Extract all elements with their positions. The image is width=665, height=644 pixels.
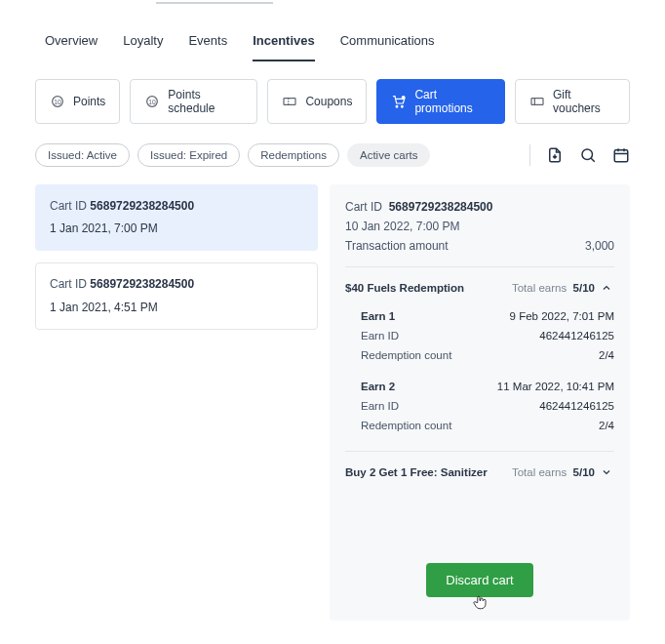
- cart-id-prefix: Cart ID: [50, 277, 87, 291]
- subtab-points-label: Points: [73, 95, 105, 108]
- detail-cart-id: 5689729238284500: [389, 200, 493, 214]
- svg-point-11: [582, 149, 593, 160]
- tab-incentives[interactable]: Incentives: [253, 33, 315, 61]
- svg-line-12: [591, 158, 595, 162]
- coupons-icon: [282, 94, 297, 109]
- total-earns-value: 5/10: [573, 466, 595, 478]
- tab-events[interactable]: Events: [188, 33, 227, 61]
- gift-vouchers-icon: [529, 94, 545, 109]
- redemption-count-label: Redemption count: [361, 420, 451, 431]
- earn-id-value: 462441246125: [539, 400, 614, 412]
- tools-divider: [529, 144, 530, 166]
- earn-title: Earn 1: [361, 310, 395, 322]
- main-tabs: Overview Loyalty Events Incentives Commu…: [21, 0, 644, 61]
- promotion-name: Buy 2 Get 1 Free: Sanitizer: [345, 466, 488, 478]
- points-icon: 10: [50, 94, 65, 109]
- cart-date: 1 Jan 2021, 4:51 PM: [50, 299, 303, 317]
- subtab-cart-promotions-label: Cart promotions: [414, 88, 490, 115]
- transaction-amount-value: 3,000: [585, 239, 614, 253]
- promotion-header[interactable]: Buy 2 Get 1 Free: Sanitizer Total earns …: [345, 465, 614, 485]
- filters-row: Issued: Active Issued: Expired Redemptio…: [21, 124, 644, 167]
- redemption-count-label: Redemption count: [361, 349, 451, 361]
- subtab-gift-vouchers[interactable]: Gift vouchers: [515, 79, 630, 124]
- total-earns-label: Total earns: [512, 282, 567, 294]
- total-earns-value: 5/10: [573, 282, 595, 294]
- incentive-subtabs: 10 Points 10 Points schedule Coupons Car…: [21, 61, 644, 124]
- detail-date: 10 Jan 2022, 7:00 PM: [345, 220, 459, 233]
- filter-issued-active[interactable]: Issued: Active: [35, 143, 130, 167]
- subtab-coupons[interactable]: Coupons: [267, 79, 367, 124]
- cart-detail-panel: Cart ID 5689729238284500 10 Jan 2022, 7:…: [330, 184, 630, 621]
- earn-date: 9 Feb 2022, 7:01 PM: [510, 310, 614, 322]
- redemption-count-value: 2/4: [599, 420, 614, 431]
- promotion-item: $40 Fuels Redemption Total earns 5/10 Ea…: [345, 266, 614, 441]
- subtab-points[interactable]: 10 Points: [35, 79, 120, 124]
- tab-overview[interactable]: Overview: [45, 33, 98, 61]
- filter-redemptions[interactable]: Redemptions: [248, 143, 339, 167]
- detail-cart-id-label: Cart ID: [345, 200, 382, 214]
- total-earns-label: Total earns: [512, 466, 567, 478]
- promotion-header[interactable]: $40 Fuels Redemption Total earns 5/10: [345, 281, 614, 301]
- earn-id-label: Earn ID: [361, 330, 399, 342]
- chevron-down-icon: [601, 465, 614, 479]
- subtab-cart-promotions[interactable]: Cart promotions: [376, 79, 505, 124]
- cart-promotions-icon: [391, 94, 407, 109]
- earn-list: Earn 19 Feb 2022, 7:01 PM Earn ID4624412…: [345, 301, 614, 441]
- chevron-up-icon: [601, 281, 614, 295]
- svg-text:10: 10: [149, 99, 157, 105]
- discard-cart-label: Discard cart: [446, 573, 513, 587]
- calendar-icon[interactable]: [612, 146, 630, 164]
- download-icon[interactable]: [546, 146, 564, 164]
- subtab-points-schedule[interactable]: 10 Points schedule: [130, 79, 257, 124]
- promotion-name: $40 Fuels Redemption: [345, 282, 464, 294]
- earn-title: Earn 2: [361, 381, 395, 392]
- discard-cart-button[interactable]: Discard cart: [426, 563, 532, 597]
- transaction-amount-label: Transaction amount: [345, 239, 449, 253]
- search-icon[interactable]: [579, 146, 597, 164]
- earn-date: 11 Mar 2022, 10:41 PM: [497, 381, 614, 392]
- subtab-coupons-label: Coupons: [305, 95, 352, 108]
- svg-point-7: [402, 105, 404, 107]
- tab-loyalty[interactable]: Loyalty: [123, 33, 163, 61]
- svg-point-6: [397, 105, 399, 107]
- points-schedule-icon: 10: [144, 94, 160, 109]
- earn-id-label: Earn ID: [361, 400, 399, 412]
- cart-item[interactable]: Cart ID 5689729238284500 1 Jan 2021, 4:5…: [35, 262, 318, 329]
- cursor-hand-icon: [471, 593, 489, 611]
- tab-communications[interactable]: Communications: [340, 33, 435, 61]
- svg-point-8: [402, 96, 406, 100]
- redemption-count-value: 2/4: [599, 349, 614, 361]
- svg-rect-9: [531, 99, 543, 105]
- cart-id: 5689729238284500: [90, 199, 194, 213]
- cart-item[interactable]: Cart ID 5689729238284500 1 Jan 2021, 7:0…: [35, 184, 318, 251]
- cart-id-prefix: Cart ID: [50, 199, 87, 213]
- filter-active-carts[interactable]: Active carts: [347, 143, 430, 167]
- svg-text:10: 10: [54, 99, 61, 105]
- subtab-points-schedule-label: Points schedule: [168, 88, 243, 115]
- earn-id-value: 462441246125: [539, 330, 614, 342]
- cart-date: 1 Jan 2021, 7:00 PM: [50, 220, 303, 238]
- filter-issued-expired[interactable]: Issued: Expired: [137, 143, 240, 167]
- cart-list: Cart ID 5689729238284500 1 Jan 2021, 7:0…: [35, 184, 318, 621]
- promotion-item: Buy 2 Get 1 Free: Sanitizer Total earns …: [345, 451, 614, 485]
- subtab-gift-vouchers-label: Gift vouchers: [553, 88, 615, 115]
- cart-id: 5689729238284500: [90, 277, 194, 291]
- svg-rect-13: [614, 150, 628, 162]
- svg-rect-4: [284, 99, 295, 105]
